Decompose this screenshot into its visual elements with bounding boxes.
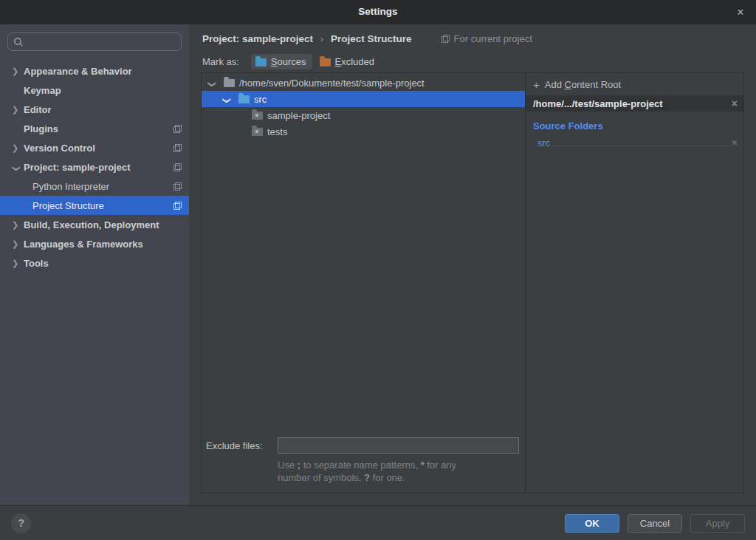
chevron-down-icon[interactable]: ❯ — [12, 163, 21, 174]
window-title: Settings — [0, 6, 756, 17]
breadcrumb: Project: sample-project › Project Struct… — [202, 33, 756, 44]
ok-button[interactable]: OK — [565, 514, 619, 533]
apply-button[interactable]: Apply — [690, 514, 745, 533]
window-titlebar: Settings × — [0, 0, 756, 24]
exclude-files-input[interactable] — [278, 437, 519, 454]
sidebar-item-editor[interactable]: ❯ Editor — [0, 100, 189, 119]
mark-as-excluded-button[interactable]: Excluded — [315, 54, 380, 69]
folder-icon — [224, 79, 235, 87]
remove-source-folder-icon[interactable]: × — [732, 137, 738, 148]
per-project-settings-icon — [441, 35, 450, 43]
scope-note: For current project — [441, 33, 532, 44]
folder-icon — [252, 112, 263, 120]
chevron-right-icon[interactable]: ❯ — [12, 259, 24, 268]
per-project-settings-icon — [173, 163, 182, 171]
search-icon — [13, 37, 24, 47]
help-button[interactable]: ? — [11, 513, 31, 533]
sidebar-item-appearance-behavior[interactable]: ❯ Appearance & Behavior — [0, 61, 189, 81]
sidebar-item-project-sample-project[interactable]: ❯ Project: sample-project — [0, 157, 189, 177]
chevron-down-icon[interactable]: ❯ — [222, 95, 232, 106]
sources-folder-icon — [255, 58, 267, 66]
tree-label: tests — [267, 126, 287, 137]
mark-as-sources-button[interactable]: Sources — [251, 54, 312, 69]
tree-row-sample-project[interactable]: sample-project — [202, 107, 525, 123]
page-header: Project: sample-project › Project Struct… — [189, 24, 756, 72]
source-folder-icon — [238, 95, 250, 103]
per-project-settings-icon — [173, 182, 182, 191]
exclude-files-section: Exclude files: Use ; to separate name pa… — [202, 437, 525, 493]
cancel-button[interactable]: Cancel — [628, 514, 682, 533]
per-project-settings-icon — [173, 202, 182, 210]
tree-label: src — [254, 94, 267, 105]
content-root-path: /home/.../test/sample-project — [533, 98, 663, 109]
sidebar-item-tools[interactable]: ❯ Tools — [0, 253, 189, 273]
settings-dialog-body: ❯ Appearance & Behavior Keymap ❯ Editor … — [0, 24, 756, 505]
tree-row-root[interactable]: ❯ /home/sven/Dokumente/test/sample-proje… — [202, 75, 525, 91]
content-root-detail-panel: + Add Content Root /home/.../test/sample… — [526, 73, 743, 493]
chevron-right-icon[interactable]: ❯ — [12, 66, 24, 76]
exclude-files-hint: Use ; to separate name patterns, * for a… — [278, 459, 519, 484]
chevron-down-icon[interactable]: ❯ — [207, 79, 217, 89]
chevron-right-icon[interactable]: ❯ — [12, 143, 24, 153]
search-input[interactable] — [27, 36, 176, 47]
search-wrap — [0, 24, 189, 57]
sidebar-item-build-execution-deployment[interactable]: ❯ Build, Execution, Deployment — [0, 215, 189, 234]
exclude-files-label: Exclude files: — [206, 440, 278, 451]
mark-as-label: Mark as: — [202, 56, 239, 67]
sidebar-item-project-structure[interactable]: Project Structure — [0, 196, 189, 215]
sidebar-item-python-interpreter[interactable]: Python Interpreter — [0, 177, 189, 196]
sidebar-item-keymap[interactable]: Keymap — [0, 81, 189, 100]
tree-label: /home/sven/Dokumente/test/sample-project — [239, 78, 425, 89]
tree-label: sample-project — [267, 110, 330, 121]
breadcrumb-page: Project Structure — [331, 33, 412, 44]
sidebar-item-plugins[interactable]: Plugins — [0, 119, 189, 138]
chevron-right-icon[interactable]: ❯ — [12, 105, 24, 115]
chevron-right-icon[interactable]: ❯ — [12, 239, 24, 249]
settings-nav: ❯ Appearance & Behavior Keymap ❯ Editor … — [0, 61, 189, 273]
sidebar-item-version-control[interactable]: ❯ Version Control — [0, 138, 189, 157]
content-root-tree-panel: ❯ /home/sven/Dokumente/test/sample-proje… — [202, 73, 526, 493]
per-project-settings-icon — [173, 144, 182, 152]
folder-icon — [252, 128, 263, 136]
add-content-root-button[interactable]: + Add Content Root — [526, 73, 743, 95]
project-structure-panels: ❯ /home/sven/Dokumente/test/sample-proje… — [201, 72, 744, 493]
sidebar-item-languages-frameworks[interactable]: ❯ Languages & Frameworks — [0, 234, 189, 253]
settings-sidebar: ❯ Appearance & Behavior Keymap ❯ Editor … — [0, 24, 189, 505]
plus-icon: + — [533, 81, 540, 89]
breadcrumb-separator-icon: › — [320, 34, 323, 44]
directory-tree: ❯ /home/sven/Dokumente/test/sample-proje… — [202, 73, 525, 140]
dialog-footer: ? OK Cancel Apply — [0, 505, 756, 540]
source-folder-item[interactable]: src × — [526, 131, 743, 148]
mark-as-toolbar: Mark as: Sources Excluded — [202, 54, 756, 69]
chevron-right-icon[interactable]: ❯ — [12, 220, 24, 230]
settings-content: Project: sample-project › Project Struct… — [189, 24, 756, 505]
footer-buttons: OK Cancel Apply — [565, 514, 745, 533]
per-project-settings-icon — [173, 125, 182, 133]
tree-row-tests[interactable]: tests — [202, 123, 525, 140]
source-folder-name: src — [537, 137, 550, 148]
remove-content-root-icon[interactable]: × — [732, 98, 738, 109]
search-box[interactable] — [7, 33, 182, 51]
dotted-leader — [551, 137, 729, 146]
breadcrumb-project: Project: sample-project — [202, 33, 313, 44]
excluded-folder-icon — [320, 58, 331, 66]
source-folders-heading: Source Folders — [526, 112, 743, 131]
content-root-item[interactable]: /home/.../test/sample-project × — [526, 95, 743, 112]
close-icon[interactable]: × — [732, 4, 749, 21]
tree-row-src[interactable]: ❯ src — [202, 91, 525, 107]
